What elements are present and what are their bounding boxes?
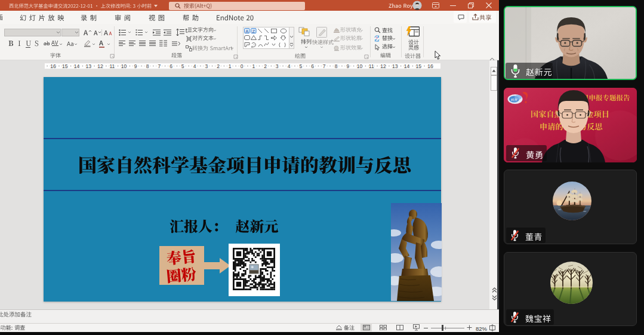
svg-text:1: 1 xyxy=(252,63,255,69)
svg-text:9: 9 xyxy=(346,63,349,69)
svg-text:3: 3 xyxy=(276,63,279,69)
svg-text:16: 16 xyxy=(427,63,433,69)
svg-text:科百: 科百 xyxy=(511,98,518,102)
svg-text:11: 11 xyxy=(369,63,374,69)
svg-text:1: 1 xyxy=(229,63,232,69)
svg-text:5: 5 xyxy=(181,63,184,69)
svg-text:4: 4 xyxy=(288,63,291,69)
svg-text:12: 12 xyxy=(97,63,103,69)
svg-text:4: 4 xyxy=(193,63,196,69)
svg-text:15: 15 xyxy=(415,63,421,69)
svg-text:7: 7 xyxy=(158,63,161,69)
svg-text:8: 8 xyxy=(335,63,338,69)
svg-text:10: 10 xyxy=(357,63,363,69)
svg-text:9: 9 xyxy=(134,63,137,69)
svg-text:13: 13 xyxy=(392,63,398,69)
svg-text:6: 6 xyxy=(311,63,314,69)
svg-text:14: 14 xyxy=(74,63,80,69)
svg-text:A: A xyxy=(245,29,248,34)
svg-text:2: 2 xyxy=(217,63,220,69)
svg-text:8: 8 xyxy=(146,63,149,69)
svg-text:3: 3 xyxy=(205,63,208,69)
svg-text:Z: Z xyxy=(252,29,255,34)
svg-text:11: 11 xyxy=(109,63,115,69)
svg-text:16: 16 xyxy=(50,63,56,69)
svg-text:0: 0 xyxy=(241,63,244,69)
svg-text:12: 12 xyxy=(380,63,386,69)
svg-text:13: 13 xyxy=(85,63,91,69)
svg-text:6: 6 xyxy=(170,63,172,69)
svg-text:2: 2 xyxy=(264,63,267,69)
svg-text:5: 5 xyxy=(299,63,302,69)
svg-text:15: 15 xyxy=(62,63,68,69)
svg-text:7: 7 xyxy=(323,63,326,69)
svg-text:14: 14 xyxy=(404,63,410,69)
svg-text:10: 10 xyxy=(121,63,127,69)
